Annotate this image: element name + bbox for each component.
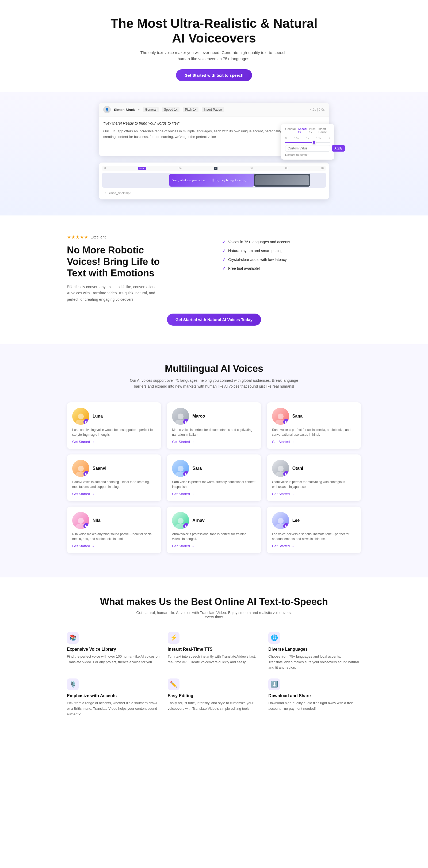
voice-name-marco: Marco	[192, 414, 205, 418]
voice-card-nila: ▶ Nila Nila voice makes anything sound p…	[67, 506, 161, 553]
arrow-icon: →	[291, 440, 294, 444]
features-right: ✓ Voices in 75+ languages and accents ✓ …	[222, 234, 361, 275]
timeline-clip-video[interactable]	[254, 174, 310, 187]
best-item-3: 🎙️ Emphasize with Accents Pick from a ra…	[67, 679, 160, 717]
voice-card-header: ▶ Sana	[272, 408, 356, 425]
best-item-desc-3: Pick from a range of accents, whether it…	[67, 701, 160, 717]
voice-play-button-saanvi[interactable]: ▶	[83, 471, 89, 477]
voice-link-nila[interactable]: Get Started →	[72, 544, 156, 548]
arrow-icon: →	[91, 544, 94, 548]
demo-chevron-icon: ▾	[138, 108, 140, 112]
speed-tab-pitch[interactable]: Pitch 1x	[309, 127, 316, 134]
multilingual-title: Multilingual AI Voices	[11, 363, 417, 374]
demo-tag-speed: Speed 1x	[162, 107, 180, 112]
timeline-track: Well, what are you, so, and we' ⏸ h, the…	[102, 173, 326, 188]
best-item-title-2: Diverse Languages	[268, 647, 361, 652]
voice-card-otani: ▶ Otani Otani voice is perfect for motiv…	[267, 455, 361, 501]
timeline-clip-1-text: Well, what are you, so, and we'	[173, 179, 209, 182]
voice-link-marco[interactable]: Get Started →	[172, 440, 256, 444]
voice-card-arnav: ▶ Arnav Arnav voice's professional tone …	[167, 506, 261, 553]
hero-section: The Most Ultra-Realistic & Natural AI Vo…	[0, 0, 428, 92]
arrow-icon: →	[91, 492, 94, 496]
demo-container: 👤 Simon Sinek ▾ General Speed 1x Pitch 1…	[99, 103, 329, 199]
speed-tab-speed[interactable]: Speed 1x	[298, 127, 307, 134]
hero-subtitle: The only text voice maker you will ever …	[134, 50, 294, 62]
speed-tab-pause[interactable]: Insert Pause	[319, 127, 330, 134]
best-item-desc-2: Choose from 75+ languages and local acce…	[268, 654, 361, 671]
demo-user-avatar: 👤	[103, 106, 111, 113]
voice-name-arnav: Arnav	[192, 518, 204, 523]
hero-cta-button[interactable]: Get Started with text to speech	[176, 69, 252, 81]
best-item-desc-4: Easily adjust tone, intensity, and style…	[168, 701, 261, 712]
speed-apply-button[interactable]: Apply	[332, 145, 345, 152]
demo-tag-pause: Insert Pause	[202, 107, 224, 112]
voice-link-otani[interactable]: Get Started →	[272, 492, 356, 496]
voice-card-header: ▶ Marco	[172, 408, 256, 425]
best-icon-3: 🎙️	[67, 679, 79, 690]
features-cta-container: Get Started with Natural AI Voices Today	[11, 314, 417, 326]
voice-avatar-otani: ▶	[272, 460, 289, 477]
voice-link-luna[interactable]: Get Started →	[72, 440, 156, 444]
voice-link-lee[interactable]: Get Started →	[272, 544, 356, 548]
speed-panel: General Speed 1x Pitch 1x Insert Pause 0…	[281, 124, 334, 160]
multilingual-subtitle: Our AI voices support over 75 languages,…	[123, 377, 305, 390]
voice-link-sana[interactable]: Get Started →	[272, 440, 356, 444]
feature-item-2: ✓ Natural rhythm and smart pacing	[222, 248, 361, 253]
voice-link-arnav[interactable]: Get Started →	[172, 544, 256, 548]
voice-desc-otani: Otani voice is perfect for motivating wi…	[272, 479, 356, 489]
timeline-file-name: Simon_sinek.mp3	[108, 191, 131, 195]
best-item-title-1: Instant Real-Time TTS	[168, 647, 261, 652]
speed-panel-tabs: General Speed 1x Pitch 1x Insert Pause	[285, 127, 330, 134]
best-icon-0: 📚	[67, 632, 79, 644]
voice-card-sara: ▶ Sara Sara voice is perfect for warm, f…	[167, 455, 261, 501]
features-cta-button[interactable]: Get Started with Natural AI Voices Today	[167, 314, 261, 326]
voice-desc-saanvi: Saanvi voice is soft and soothing—ideal …	[72, 479, 156, 489]
voice-link-saanvi[interactable]: Get Started →	[72, 492, 156, 496]
voice-avatar-marco: ▶	[172, 408, 189, 425]
voice-card-header: ▶ Saanvi	[72, 460, 156, 477]
timeline-clip-1[interactable]: Well, what are you, so, and we' ⏸ h, the…	[169, 174, 254, 187]
speed-slider-thumb[interactable]	[312, 141, 316, 144]
voice-play-button-sana[interactable]: ▶	[283, 419, 289, 425]
demo-user-name: Simon Sinek	[114, 108, 135, 112]
best-item-desc-5: Download high-quality audio files right …	[268, 701, 361, 712]
feature-label-4: Free trial available!	[228, 266, 260, 271]
best-item-title-0: Expansive Voice Library	[67, 647, 160, 652]
voice-play-button-marco[interactable]: ▶	[183, 419, 189, 425]
demo-toolbar: 👤 Simon Sinek ▾ General Speed 1x Pitch 1…	[99, 103, 329, 117]
voice-card-header: ▶ Arnav	[172, 512, 256, 529]
arrow-icon: →	[191, 440, 195, 444]
arrow-icon: →	[291, 492, 294, 496]
checkmark-icon-4: ✓	[222, 266, 226, 271]
voice-card-header: ▶ Nila	[72, 512, 156, 529]
voice-link-sara[interactable]: Get Started →	[172, 492, 256, 496]
voice-play-button-nila[interactable]: ▶	[83, 523, 89, 529]
best-item-4: ✏️ Easy Editing Easily adjust tone, inte…	[168, 679, 261, 717]
feature-label-2: Natural rhythm and smart pacing	[228, 249, 283, 253]
voice-play-button-lee[interactable]: ▶	[283, 523, 289, 529]
voice-play-button-sara[interactable]: ▶	[183, 471, 189, 477]
voice-play-button-arnav[interactable]: ▶	[183, 523, 189, 529]
best-icon-1: ⚡	[168, 632, 179, 644]
demo-stats: 4.9s | 6.0s	[310, 108, 325, 112]
best-section: What makes Us the Best Online AI Text-to…	[0, 578, 428, 736]
timeline-video-thumbnail	[255, 175, 309, 185]
voice-play-button-luna[interactable]: ▶	[83, 419, 89, 425]
speed-custom-input[interactable]	[285, 145, 330, 152]
checkmark-icon-2: ✓	[222, 248, 226, 253]
speed-tab-general[interactable]: General	[285, 127, 295, 134]
best-item-2: 🌐 Diverse Languages Choose from 75+ lang…	[268, 632, 361, 671]
best-item-desc-1: Turn text into speech instantly with Tra…	[168, 654, 261, 665]
voice-card-header: ▶ Luna	[72, 408, 156, 425]
speed-restore-label[interactable]: Restore to default	[285, 153, 330, 156]
features-left: ★★★★★ Excellent No More Robotic Voices! …	[67, 234, 206, 303]
voice-card-header: ▶ Lee	[272, 512, 356, 529]
voice-play-button-otani[interactable]: ▶	[283, 471, 289, 477]
features-heading: No More Robotic Voices! Bring Life to Te…	[67, 244, 206, 279]
best-item-title-4: Easy Editing	[168, 693, 261, 698]
speed-slider[interactable]	[285, 142, 330, 143]
star-rating-icon: ★★★★★	[67, 234, 88, 240]
voice-avatar-sara: ▶	[172, 460, 189, 477]
demo-tag-general: General	[143, 107, 159, 112]
voice-card-sana: ▶ Sana Sana voice is perfect for social …	[267, 402, 361, 449]
